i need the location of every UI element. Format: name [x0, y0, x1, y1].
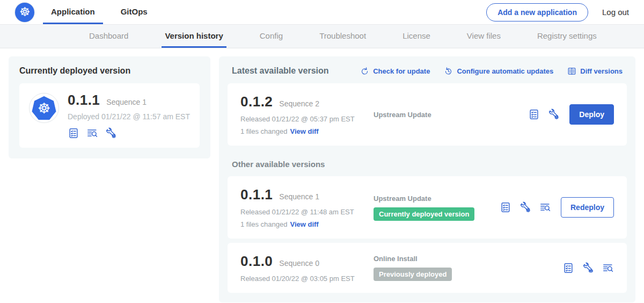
subnav-config[interactable]: Config	[257, 25, 286, 48]
version-source: Upstream Update	[374, 111, 528, 119]
versions-panel-header: Latest available version Check for updat…	[228, 65, 627, 76]
version-actions: Redeploy	[500, 197, 614, 218]
main-content: Currently deployed version ☸ 0.1.1 Seque…	[0, 48, 644, 303]
view-config-icon[interactable]	[582, 262, 594, 274]
check-for-update-link[interactable]: Check for update	[360, 67, 430, 76]
released-timestamp: Released 01/21/22 @ 11:48 am EST	[240, 208, 374, 216]
version-info: 0.1.0 Sequence 0 Released 01/20/22 @ 03:…	[240, 253, 374, 283]
configure-automatic-updates-label: Configure automatic updates	[457, 67, 553, 75]
release-notes-icon[interactable]	[602, 262, 614, 274]
subnav-view-files[interactable]: View files	[464, 25, 504, 48]
subnav-version-history[interactable]: Version history	[162, 25, 226, 48]
deployed-info: 0.1.1 Sequence 1 Deployed 01/21/22 @ 11:…	[68, 92, 190, 139]
subnav-license[interactable]: License	[399, 25, 434, 48]
version-card-0-1-0: 0.1.0 Sequence 0 Released 01/20/22 @ 03:…	[228, 243, 627, 293]
tab-application[interactable]: Application	[43, 0, 103, 24]
edit-config-icon[interactable]	[105, 127, 117, 139]
deployed-version-card: ☸ 0.1.1 Sequence 1 Deployed 01/21/22 @ 1…	[19, 83, 200, 148]
diff-versions-label: Diff versions	[580, 67, 623, 75]
diff-table-icon	[567, 67, 576, 76]
version-number: 0.1.1	[240, 186, 273, 203]
files-changed-label: 1 files changed	[240, 127, 287, 135]
version-number: 0.1.2	[240, 93, 273, 110]
release-notes-icon[interactable]	[539, 201, 551, 213]
sequence-label: Sequence 1	[106, 98, 147, 106]
version-actions	[562, 262, 614, 274]
source-label: Upstream Update	[374, 111, 528, 119]
diff-versions-link[interactable]: Diff versions	[567, 67, 623, 76]
currently-deployed-panel: Currently deployed version ☸ 0.1.1 Seque…	[9, 56, 210, 158]
currently-deployed-badge: Currently deployed version	[374, 207, 474, 221]
logout-button[interactable]: Log out	[602, 8, 629, 17]
preflight-checklist-icon[interactable]	[562, 262, 574, 274]
sequence-label: Sequence 0	[279, 259, 319, 268]
version-card-0-1-2: 0.1.2 Sequence 2 Released 01/21/22 @ 05:…	[228, 83, 627, 146]
subnav-troubleshoot[interactable]: Troubleshoot	[316, 25, 369, 48]
version-number: 0.1.1	[68, 92, 100, 109]
kubernetes-helm-wheel-icon: ☸	[38, 101, 50, 116]
kubernetes-heptagon-icon: ☸	[32, 96, 56, 120]
source-label: Upstream Update	[374, 194, 500, 203]
version-source: Upstream Update Currently deployed versi…	[374, 194, 500, 221]
previously-deployed-badge: Previously deployed	[374, 268, 452, 281]
release-notes-icon[interactable]	[86, 127, 98, 139]
view-diff-link[interactable]: View diff	[290, 220, 318, 228]
version-source: Online Install Previously deployed	[374, 255, 562, 281]
topbar-right: Add a new application Log out	[486, 0, 629, 24]
app-logo: ☸	[29, 93, 59, 123]
currently-deployed-title: Currently deployed version	[19, 66, 200, 76]
subnav-registry-settings[interactable]: Registry settings	[534, 25, 600, 48]
add-application-button[interactable]: Add a new application	[486, 3, 588, 21]
sequence-label: Sequence 1	[279, 192, 319, 201]
redeploy-button[interactable]: Redeploy	[561, 197, 614, 218]
edit-config-icon[interactable]	[519, 201, 531, 213]
versions-panel: Latest available version Check for updat…	[219, 56, 635, 302]
tab-gitops[interactable]: GitOps	[113, 0, 156, 24]
history-clock-icon	[444, 67, 453, 76]
edit-config-icon[interactable]	[548, 109, 560, 120]
version-actions: Deploy	[528, 104, 614, 125]
preflight-checklist-icon[interactable]	[528, 109, 540, 120]
other-versions-title: Other available versions	[232, 160, 623, 169]
deploy-button[interactable]: Deploy	[569, 104, 614, 125]
versions-panel-actions: Check for update Configure automatic upd…	[360, 67, 623, 76]
check-for-update-label: Check for update	[373, 67, 430, 75]
kubernetes-helm-wheel-icon: ☸	[19, 6, 31, 18]
released-timestamp: Released 01/20/22 @ 03:05 pm EST	[240, 275, 374, 283]
preflight-checklist-icon[interactable]	[500, 201, 511, 213]
refresh-icon	[360, 67, 369, 76]
version-number: 0.1.0	[240, 253, 273, 270]
released-timestamp: Released 01/21/22 @ 05:37 pm EST	[240, 115, 374, 123]
configure-automatic-updates-link[interactable]: Configure automatic updates	[444, 67, 553, 76]
app-subnav: Dashboard Version history Config Trouble…	[0, 25, 644, 48]
latest-version-title: Latest available version	[232, 66, 329, 76]
top-bar: ☸ Application GitOps Add a new applicati…	[0, 0, 644, 25]
app-tabs: Application GitOps	[43, 0, 165, 24]
deployed-timestamp: Deployed 01/21/22 @ 11:57 am EST	[68, 112, 190, 121]
version-info: 0.1.2 Sequence 2 Released 01/21/22 @ 05:…	[240, 93, 374, 135]
sequence-label: Sequence 2	[279, 99, 319, 108]
version-info: 0.1.1 Sequence 1 Released 01/21/22 @ 11:…	[240, 186, 374, 228]
kubernetes-logo[interactable]: ☸	[15, 3, 34, 22]
preflight-checklist-icon[interactable]	[68, 127, 79, 139]
version-card-0-1-1: 0.1.1 Sequence 1 Released 01/21/22 @ 11:…	[228, 176, 627, 239]
files-changed-label: 1 files changed	[240, 220, 287, 228]
source-label: Online Install	[374, 255, 562, 263]
view-diff-link[interactable]: View diff	[290, 127, 318, 135]
subnav-dashboard[interactable]: Dashboard	[86, 25, 131, 48]
